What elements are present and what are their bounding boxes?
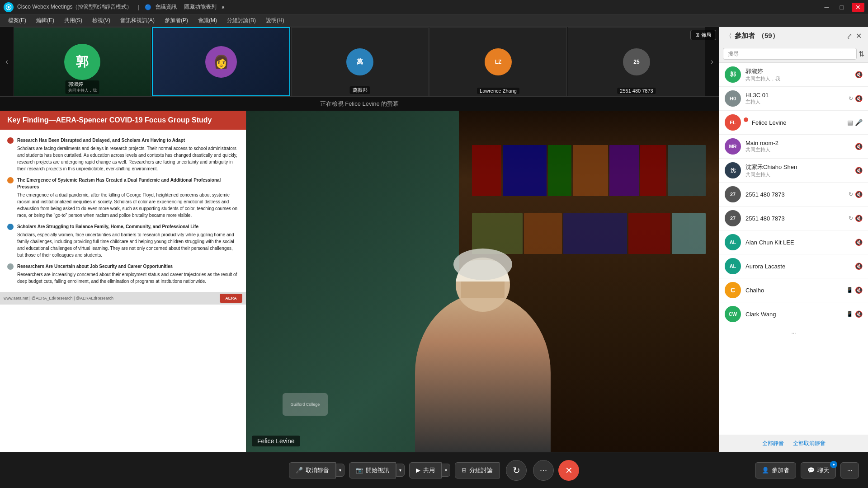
meeting-info-btn[interactable]: 🔵 (145, 4, 151, 10)
unmute-btn-group[interactable]: 🎤 取消靜音 ▾ (289, 462, 344, 479)
mic-icon-aurora: 🔇 (855, 263, 863, 270)
more-panel-btn[interactable]: ··· (840, 462, 859, 479)
video-area: ‹ 郭 郭淑婷 共同主持人，我 👩 (0, 27, 719, 452)
avatar-guo: 郭 (725, 66, 741, 83)
close-btn[interactable]: ✕ (852, 3, 864, 12)
sort-btn[interactable]: ⇅ (859, 50, 864, 58)
mic-icon-chaiho: 🔇 (855, 286, 863, 294)
participant-aurora[interactable]: AL Aurora Lacaste 🔇 (719, 254, 868, 278)
slide-body: Research Has Been Disrupted and Delayed,… (0, 130, 246, 292)
thumbnail-num[interactable]: 25 2551 480 7873 (568, 27, 705, 96)
right-toolbar-btns: 👤 參加者 💬 聊天 ● ··· (755, 462, 859, 479)
share-main[interactable]: ▶ 共用 (409, 462, 442, 479)
sidebar-close-btn[interactable]: ✕ (856, 32, 862, 40)
viewing-label: 正在檢視 Felice Levine 的螢幕 (0, 97, 719, 111)
avatar-num1: 27 (725, 186, 741, 202)
video-label: 開始視訊 (366, 466, 389, 474)
window-controls: ─ □ ✕ (822, 3, 864, 12)
more-options-btn[interactable]: ··· (533, 460, 554, 481)
mic-icon-hl3c: 🔇 (855, 95, 863, 102)
slide-bullet-4: Researchers Are Uncertain about Job Secu… (7, 263, 239, 285)
menu-av[interactable]: 音訊和視訊(A) (116, 15, 159, 26)
recording-dot-felice (744, 117, 748, 122)
icons-aurora: 🔇 (855, 263, 863, 270)
refresh-icon-num2: ↻ (849, 215, 853, 221)
info-mainroom: Main room-2 共同主持人 (745, 140, 850, 153)
mic-slash-icon: 🎤 (296, 467, 303, 474)
name-alan: Alan Chun Kit LEE (745, 239, 850, 246)
menu-view[interactable]: 檢視(V) (88, 15, 115, 26)
info-felice: Felice Levine (752, 119, 843, 126)
participant-shen[interactable]: 沈 沈家禾Chiaho Shen 共同主持人 🔇 (719, 159, 868, 183)
refresh-btn[interactable]: ↻ (506, 460, 527, 481)
slide-title: Key Finding—AERA-Spencer COVID-19 Focus … (0, 111, 246, 130)
end-call-btn[interactable]: ✕ (558, 460, 579, 481)
participant-guo[interactable]: 郭 郭淑婷 共同主持人，我 🔇 (719, 63, 868, 87)
bullet-icon-1 (7, 137, 14, 144)
college-logo: Guilford College (283, 393, 328, 416)
bullet-title-3: Scholars Are Struggling to Balance Famil… (17, 223, 239, 230)
phone-icon-clark: 📱 (846, 311, 853, 317)
menu-bar: 檔案(E) 編輯(E) 共用(S) 檢視(V) 音訊和視訊(A) 參加者(P) … (0, 14, 868, 27)
thumbnail-guo[interactable]: 郭 郭淑婷 共同主持人，我 (14, 27, 151, 96)
sidebar-popout-btn[interactable]: ⤤ (846, 32, 852, 40)
participant-num1[interactable]: 27 2551 480 7873 ↻ 🔇 (719, 183, 868, 206)
name-guo: 郭淑婷 (745, 67, 850, 75)
search-input[interactable] (723, 48, 857, 60)
aera-logo: AERA (220, 294, 242, 303)
video-btn-group[interactable]: 📷 開始視訊 ▾ (349, 462, 405, 479)
bullet-icon-2 (7, 177, 14, 183)
bullet-title-1: Research Has Been Disrupted and Delayed,… (17, 137, 239, 144)
share-dropdown[interactable]: ▾ (442, 464, 450, 477)
menu-share[interactable]: 共用(S) (60, 15, 87, 26)
unmute-main[interactable]: 🎤 取消靜音 (289, 462, 336, 479)
menu-participants[interactable]: 參加者(P) (160, 15, 193, 26)
breakout-btn-group[interactable]: ⊞ 分組討論 (455, 462, 500, 479)
unmute-dropdown[interactable]: ▾ (336, 464, 344, 477)
menu-file[interactable]: 檔案(E) (4, 15, 31, 26)
menu-breakout[interactable]: 分組討論(B) (222, 15, 260, 26)
role-shen: 共同主持人 (745, 171, 850, 178)
minimize-btn[interactable]: ─ (822, 3, 832, 12)
mic-icon-num2: 🔇 (855, 215, 863, 222)
thumbnail-list: 郭 郭淑婷 共同主持人，我 👩 萬 (14, 27, 705, 96)
name-felice: Felice Levine (752, 119, 843, 126)
chat-panel-btn[interactable]: 💬 聊天 ● (801, 462, 836, 479)
info-hl3c: HL3C 01 主持人 (745, 92, 844, 105)
participant-num2[interactable]: 27 2551 480 7873 ↻ 🔇 (719, 206, 868, 230)
participant-felice[interactable]: FL Felice Levine ▤ 🎤 (719, 111, 868, 135)
menu-help[interactable]: 說明(H) (261, 15, 289, 26)
participant-alan[interactable]: AL Alan Chun Kit LEE 🔇 (719, 230, 868, 254)
sidebar-action-icons: ⤤ ✕ (846, 32, 862, 40)
participant-hl3c[interactable]: H0 HL3C 01 主持人 ↻ 🔇 (719, 87, 868, 111)
participant-mainroom[interactable]: MR Main room-2 共同主持人 🔇 (719, 135, 868, 159)
share-btn-group[interactable]: ▶ 共用 ▾ (409, 462, 450, 479)
chat-btn-label: 聊天 (817, 466, 829, 474)
thumbnail-wan[interactable]: 萬 萬振邦 (291, 27, 429, 96)
breakout-main[interactable]: ⊞ 分組討論 (455, 462, 500, 479)
menu-edit[interactable]: 編輯(E) (32, 15, 59, 26)
thumbnail-presenter[interactable]: 👩 (152, 27, 290, 96)
name-num1: 2551 480 7873 (745, 191, 844, 198)
avatar-hl3c: H0 (725, 90, 741, 107)
participants-panel-btn[interactable]: 👤 參加者 (755, 462, 796, 479)
menu-meeting[interactable]: 會議(M) (193, 15, 222, 26)
video-main[interactable]: 📷 開始視訊 (349, 462, 396, 479)
search-row: ⇅ (719, 45, 868, 63)
video-dropdown[interactable]: ▾ (396, 464, 405, 477)
hide-feature-bar[interactable]: 隱藏功能表列 (184, 3, 217, 11)
layout-button[interactable]: ⊞ 佈局 (690, 30, 716, 40)
sidebar-header: 〈 參加者 （59） ⤤ ✕ (719, 27, 868, 45)
avatar-alan: AL (725, 234, 741, 250)
bullet-title-2: The Emergence of Systemic Racism Has Cre… (17, 177, 239, 190)
participant-clark[interactable]: CW Clark Wang 📱 🔇 (719, 302, 868, 326)
participant-chaiho[interactable]: C Chaiho 📱 🔇 (719, 278, 868, 302)
mute-all-btn[interactable]: 全部靜音 (762, 440, 784, 447)
video-slash-icon: 📷 (356, 467, 363, 474)
meeting-info-label[interactable]: 會議資訊 (155, 3, 177, 11)
thumbnail-lawrence[interactable]: LZ Lawrence Zhang (429, 27, 567, 96)
unmute-all-btn[interactable]: 全部取消靜音 (793, 440, 826, 447)
prev-nav-btn[interactable]: ‹ (0, 27, 14, 96)
more-participants: ··· (719, 326, 868, 340)
restore-btn[interactable]: □ (837, 3, 846, 12)
